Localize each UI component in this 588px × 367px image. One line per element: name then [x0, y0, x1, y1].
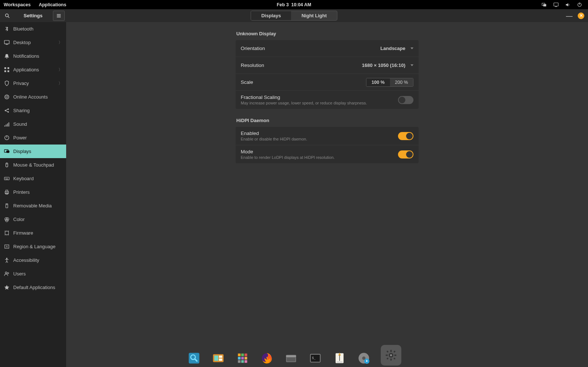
sidebar-item-label: Removable Media — [13, 203, 62, 209]
hidpi-mode-switch[interactable] — [398, 150, 413, 158]
svg-rect-69 — [238, 357, 240, 359]
chevron-right-icon: 〉 — [58, 67, 62, 72]
printers-icon — [4, 189, 10, 195]
sidebar-item-label: Power — [13, 135, 62, 140]
resolution-value: 1680 × 1050 (16:10) — [362, 63, 405, 68]
svg-rect-10 — [57, 17, 61, 17]
svg-rect-26 — [7, 124, 8, 127]
chevron-right-icon: 〉 — [58, 81, 62, 86]
settings-sidebar: BluetoothDesktop〉NotificationsApplicatio… — [0, 22, 66, 367]
tab-displays[interactable]: Displays — [251, 11, 291, 20]
displays-icon — [4, 149, 10, 154]
window-title: Settings — [15, 13, 51, 18]
dock-settings[interactable] — [381, 345, 401, 366]
sidebar-item-sound[interactable]: Sound — [0, 117, 66, 131]
search-button[interactable] — [1, 11, 13, 21]
sharing-icon — [4, 108, 10, 113]
svg-rect-72 — [238, 360, 240, 363]
sidebar-item-label: Default Applications — [13, 285, 62, 290]
firmware-icon — [4, 230, 10, 236]
scale-100[interactable]: 100 % — [366, 78, 390, 86]
hidpi-enabled-switch[interactable] — [398, 132, 413, 140]
svg-line-23 — [6, 111, 8, 111]
svg-rect-40 — [6, 190, 8, 192]
sidebar-item-privacy[interactable]: Privacy〉 — [0, 76, 66, 90]
tray-monitor-icon[interactable] — [553, 2, 559, 7]
svg-rect-34 — [4, 177, 9, 180]
svg-rect-96 — [394, 350, 396, 353]
sidebar-item-label: Displays — [13, 149, 62, 154]
sidebar-item-mouse[interactable]: Mouse & Touchpad — [0, 158, 66, 172]
svg-rect-63 — [214, 356, 218, 361]
svg-rect-68 — [244, 353, 247, 356]
dock-search-app[interactable] — [187, 351, 201, 366]
svg-rect-5 — [579, 3, 580, 4]
scale-200[interactable]: 200 % — [390, 78, 413, 86]
svg-rect-15 — [4, 70, 6, 72]
sidebar-item-region[interactable]: ARegion & Language — [0, 240, 66, 253]
svg-text:@: @ — [5, 95, 8, 99]
sidebar-item-applications[interactable]: Applications〉 — [0, 63, 66, 76]
sidebar-item-users[interactable]: Users — [0, 267, 66, 281]
sidebar-item-removable[interactable]: Removable Media — [0, 199, 66, 213]
sidebar-item-color[interactable]: Color — [0, 213, 66, 226]
svg-rect-2 — [554, 3, 558, 6]
sidebar-item-desktop[interactable]: Desktop〉 — [0, 36, 66, 49]
svg-rect-84 — [339, 355, 340, 361]
sidebar-item-accessibility[interactable]: Accessibility — [0, 253, 66, 267]
dock-apps-grid[interactable] — [235, 351, 250, 366]
svg-rect-97 — [387, 357, 389, 360]
sidebar-item-sharing[interactable]: Sharing — [0, 104, 66, 117]
close-button[interactable]: ✕ — [578, 13, 584, 19]
region-icon: A — [4, 244, 10, 249]
svg-rect-38 — [5, 179, 8, 179]
fractional-scaling-switch[interactable] — [398, 96, 413, 104]
svg-rect-9 — [57, 15, 61, 16]
sidebar-item-bluetooth[interactable]: Bluetooth — [0, 22, 66, 36]
topbar-clock[interactable]: Feb 3 10:04 AM — [277, 2, 311, 7]
scale-segmented: 100 % 200 % — [366, 78, 413, 87]
topbar-workspaces[interactable]: Workspaces — [4, 2, 31, 7]
sidebar-item-label: Keyboard — [13, 176, 62, 181]
svg-rect-1 — [543, 4, 546, 6]
svg-rect-66 — [238, 353, 240, 356]
tab-night-light[interactable]: Night Light — [291, 11, 337, 20]
sidebar-item-power[interactable]: Power — [0, 131, 66, 145]
dock-writer[interactable] — [332, 351, 347, 366]
scale-row: Scale 100 % 200 % — [236, 74, 419, 91]
hidpi-panel: Enabled Enable or disable the HiDPI daem… — [236, 127, 419, 163]
tray-volume-icon[interactable] — [565, 2, 570, 7]
bluetooth-icon — [4, 26, 10, 32]
sidebar-item-printers[interactable]: Printers — [0, 185, 66, 199]
svg-rect-47 — [5, 231, 8, 235]
display-panel: Orientation Landscape Resolution 1680 × … — [236, 40, 419, 109]
svg-rect-77 — [286, 356, 296, 357]
online-accounts-icon: @ — [4, 94, 10, 100]
svg-rect-3 — [555, 6, 557, 7]
dock-terminal[interactable]: $_ — [308, 351, 323, 366]
tray-windows-icon[interactable] — [542, 2, 547, 7]
resolution-row[interactable]: Resolution 1680 × 1050 (16:10) — [236, 57, 419, 74]
svg-rect-71 — [244, 357, 247, 359]
svg-rect-8 — [57, 14, 61, 15]
sidebar-item-displays[interactable]: Displays — [0, 145, 66, 158]
sidebar-item-firmware[interactable]: Firmware — [0, 226, 66, 240]
hidpi-enabled-row: Enabled Enable or disable the HiDPI daem… — [236, 127, 419, 145]
sidebar-item-default-apps[interactable]: Default Applications — [0, 281, 66, 294]
sidebar-item-label: Bluetooth — [13, 26, 62, 32]
sidebar-item-online-accounts[interactable]: @Online Accounts — [0, 90, 66, 104]
dock-firefox[interactable] — [259, 351, 274, 366]
dock-files[interactable] — [284, 351, 298, 366]
sidebar-item-keyboard[interactable]: Keyboard — [0, 172, 66, 185]
sidebar-item-notifications[interactable]: Notifications — [0, 49, 66, 63]
tray-power-icon[interactable] — [577, 2, 582, 7]
hamburger-button[interactable] — [53, 11, 65, 21]
dock-installer[interactable] — [356, 351, 371, 366]
dock-workspace-app[interactable] — [211, 351, 226, 366]
topbar-applications[interactable]: Applications — [39, 2, 66, 7]
orientation-row[interactable]: Orientation Landscape — [236, 40, 419, 57]
chevron-down-icon — [410, 47, 413, 49]
svg-rect-24 — [4, 125, 5, 127]
svg-rect-78 — [287, 357, 295, 361]
svg-rect-70 — [241, 357, 244, 359]
